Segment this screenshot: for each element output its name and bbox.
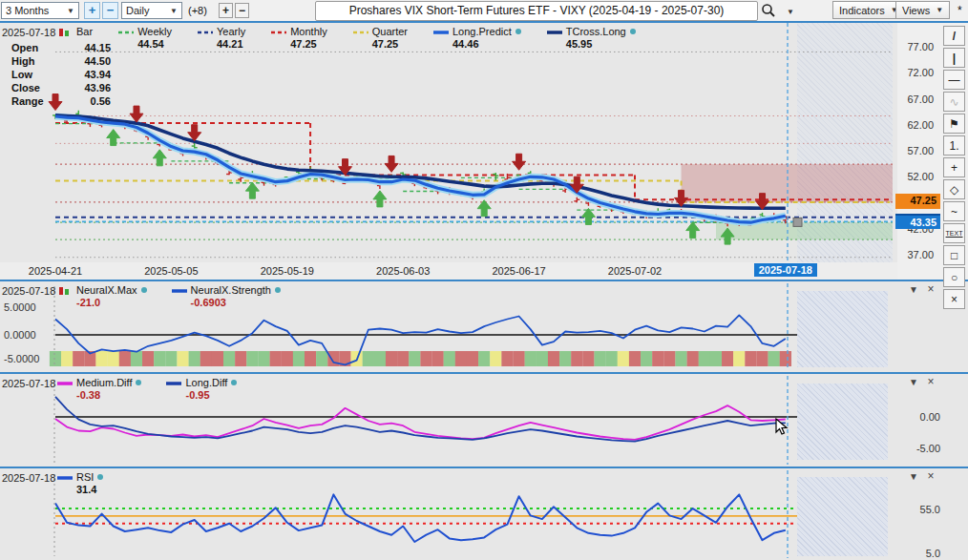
x-axis-tick-label: 2025-05-05	[133, 265, 209, 277]
ohlc-range: Range0.56	[11, 95, 111, 107]
flag-marker-tool[interactable]: ⚑	[943, 114, 965, 134]
candle-swatch-icon	[57, 28, 73, 35]
ohlc-value: 43.94	[84, 69, 111, 80]
text-tool[interactable]: TEXT	[943, 223, 965, 243]
rsi-axis-label: 5.0	[902, 548, 940, 559]
line-swatch-icon	[57, 379, 73, 386]
x-axis-tick-label: 2025-05-19	[249, 265, 326, 277]
horizontal-line-tool[interactable]: —	[943, 70, 965, 90]
legend-value: 44.46	[452, 38, 521, 50]
curve-tool-disabled[interactable]: ∿	[943, 92, 965, 112]
line-swatch-icon	[198, 28, 213, 35]
legend-item-quarter[interactable]: Quarter47.25	[353, 26, 408, 50]
diff-close-button[interactable]: ×	[924, 376, 937, 387]
rsi-axis-label: 55.0	[902, 504, 940, 515]
legend-value: -21.0	[76, 297, 147, 308]
legend-row: Medium.Diff-0.38Long.Diff-0.95	[57, 377, 262, 401]
vertical-line-tool[interactable]: |	[943, 48, 965, 68]
ohlc-value: 43.96	[84, 82, 111, 93]
rsi-future-region	[797, 477, 888, 556]
legend-item-tcross-long[interactable]: TCross.Long45.95	[547, 26, 636, 50]
diff-axis-label: 0.00	[902, 411, 940, 423]
legend-value: 44.54	[137, 38, 172, 50]
line-swatch-icon	[433, 28, 449, 35]
neural-collapse-button[interactable]: ▼	[907, 284, 920, 296]
ohlc-high: High44.50	[11, 55, 111, 67]
neural-axis-label: -5.0000	[4, 353, 42, 364]
line-swatch-icon	[271, 28, 286, 35]
legend-item-weekly[interactable]: Weekly44.54	[118, 26, 172, 50]
info-dot-icon[interactable]	[136, 380, 141, 385]
legend-row: BarWeekly44.54Yearly44.21Monthly47.25Qua…	[57, 26, 662, 50]
line-swatch-icon	[172, 286, 187, 294]
legend-item-neuralx-max[interactable]: NeuralX.Max-21.0	[57, 284, 147, 308]
line-swatch-icon	[353, 28, 368, 35]
ellipse-tool[interactable]: ○	[943, 267, 965, 287]
diff-collapse-button[interactable]: ▼	[907, 377, 920, 388]
legend-item-rsi[interactable]: RSI31.4	[57, 471, 103, 495]
chart-area: 2025-07-18Open44.15High44.50Low43.94Clos…	[0, 0, 968, 560]
ohlc-label: Close	[11, 82, 40, 93]
line-swatch-icon	[547, 28, 562, 35]
crosshair-tool[interactable]: +	[943, 157, 965, 177]
info-dot-icon[interactable]	[630, 29, 636, 34]
legend-label: Quarter	[372, 26, 408, 37]
line-swatch-icon	[118, 28, 134, 35]
legend-item-bar[interactable]: Bar	[57, 26, 93, 37]
legend-item-monthly[interactable]: Monthly47.25	[271, 26, 327, 50]
info-dot-icon[interactable]	[141, 287, 147, 293]
legend-label: NeuralX.Max	[76, 284, 137, 296]
legend-value: 47.25	[290, 38, 327, 50]
legend-item-neuralx-strength[interactable]: NeuralX.Strength-0.6903	[172, 284, 281, 308]
neural-close-button[interactable]: ×	[924, 283, 937, 295]
trend-line-tool[interactable]: /	[943, 26, 965, 46]
rectangle-tool[interactable]: □	[943, 245, 965, 265]
ohlc-value: 44.50	[84, 55, 111, 67]
main-chart-plot-background[interactable]	[0, 23, 897, 262]
price-axis-label: 77.00	[895, 41, 934, 52]
ohlc-value: 0.56	[91, 95, 111, 107]
price-axis-label: 57.00	[895, 145, 934, 156]
neural-axis-label: 5.0000	[4, 301, 42, 313]
info-dot-icon[interactable]	[231, 380, 237, 385]
legend-item-long-diff[interactable]: Long.Diff-0.95	[166, 377, 237, 401]
rsi-close-button[interactable]: ×	[924, 470, 937, 482]
price-axis-label: 67.00	[895, 93, 934, 105]
legend-label: Bar	[76, 26, 93, 37]
legend-label: Long.Predict	[452, 26, 512, 37]
close-tool[interactable]: ×	[943, 289, 965, 309]
x-axis-tick-label: 2025-04-21	[17, 265, 94, 277]
neuralx-future-region	[797, 291, 888, 367]
price-axis-label: 37.00	[895, 249, 934, 260]
legend-item-long-predict[interactable]: Long.Predict44.46	[433, 26, 521, 50]
legend-label: Long.Diff	[185, 377, 227, 388]
legend-label: Medium.Diff	[76, 377, 132, 388]
legend-item-medium-diff[interactable]: Medium.Diff-0.38	[57, 377, 141, 401]
legend-label: TCross.Long	[566, 26, 626, 37]
callout-tool[interactable]: ◇	[943, 179, 965, 199]
price-axis-label: 72.00	[895, 67, 934, 78]
ohlc-close: Close43.96	[11, 82, 111, 93]
wave-tool[interactable]: ~	[943, 201, 965, 221]
info-dot-icon[interactable]	[97, 474, 103, 480]
ohlc-label: High	[11, 55, 34, 67]
main-future-region	[797, 23, 893, 262]
legend-value: 44.21	[217, 38, 245, 50]
info-dot-icon[interactable]	[516, 29, 521, 34]
diff-future-region	[797, 384, 888, 460]
rsi-date-label: 2025-07-18	[2, 472, 55, 484]
diff-axis-label: -5.00	[902, 443, 940, 454]
info-dot-icon[interactable]	[275, 287, 281, 293]
rsi-collapse-button[interactable]: ▼	[907, 471, 920, 483]
ohlc-label: Open	[11, 42, 38, 53]
charting-app-window: 3 Months ▼ + − Daily ▼ (+8) + − Proshare…	[0, 0, 968, 560]
legend-label: Monthly	[290, 26, 327, 37]
legend-value: 47.25	[372, 38, 408, 50]
candle-swatch-icon	[57, 286, 73, 294]
legend-value: -0.38	[76, 389, 141, 401]
legend-item-yearly[interactable]: Yearly44.21	[198, 26, 245, 50]
legend-row: NeuralX.Max-21.0NeuralX.Strength-0.6903	[57, 284, 305, 308]
x-axis-tick-label: 2025-06-03	[365, 265, 441, 277]
numbered-step-tool[interactable]: 1.	[943, 135, 965, 156]
line-swatch-icon	[57, 473, 73, 481]
